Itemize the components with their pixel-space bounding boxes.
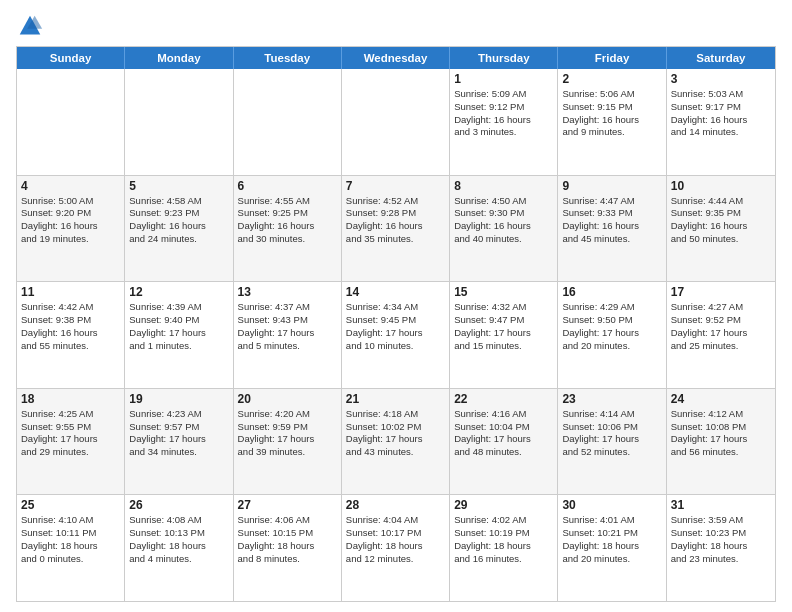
calendar-cell: 8Sunrise: 4:50 AM Sunset: 9:30 PM Daylig…	[450, 176, 558, 282]
calendar-cell	[17, 69, 125, 175]
calendar-cell: 23Sunrise: 4:14 AM Sunset: 10:06 PM Dayl…	[558, 389, 666, 495]
calendar-cell	[125, 69, 233, 175]
calendar-cell: 24Sunrise: 4:12 AM Sunset: 10:08 PM Dayl…	[667, 389, 775, 495]
day-info: Sunrise: 4:27 AM Sunset: 9:52 PM Dayligh…	[671, 301, 771, 352]
day-info: Sunrise: 4:04 AM Sunset: 10:17 PM Daylig…	[346, 514, 445, 565]
calendar-cell: 31Sunrise: 3:59 AM Sunset: 10:23 PM Dayl…	[667, 495, 775, 601]
calendar-body: 1Sunrise: 5:09 AM Sunset: 9:12 PM Daylig…	[17, 69, 775, 601]
day-info: Sunrise: 4:50 AM Sunset: 9:30 PM Dayligh…	[454, 195, 553, 246]
day-info: Sunrise: 4:06 AM Sunset: 10:15 PM Daylig…	[238, 514, 337, 565]
day-number: 13	[238, 285, 337, 299]
day-info: Sunrise: 4:01 AM Sunset: 10:21 PM Daylig…	[562, 514, 661, 565]
day-info: Sunrise: 3:59 AM Sunset: 10:23 PM Daylig…	[671, 514, 771, 565]
day-number: 28	[346, 498, 445, 512]
day-number: 16	[562, 285, 661, 299]
logo	[16, 12, 48, 40]
calendar-header-row: SundayMondayTuesdayWednesdayThursdayFrid…	[17, 47, 775, 69]
calendar-cell: 17Sunrise: 4:27 AM Sunset: 9:52 PM Dayli…	[667, 282, 775, 388]
calendar-cell: 21Sunrise: 4:18 AM Sunset: 10:02 PM Dayl…	[342, 389, 450, 495]
day-number: 3	[671, 72, 771, 86]
calendar-cell: 12Sunrise: 4:39 AM Sunset: 9:40 PM Dayli…	[125, 282, 233, 388]
day-number: 14	[346, 285, 445, 299]
calendar-header-cell: Tuesday	[234, 47, 342, 69]
calendar-week: 11Sunrise: 4:42 AM Sunset: 9:38 PM Dayli…	[17, 282, 775, 389]
calendar-cell: 2Sunrise: 5:06 AM Sunset: 9:15 PM Daylig…	[558, 69, 666, 175]
header	[16, 12, 776, 40]
day-number: 1	[454, 72, 553, 86]
day-number: 26	[129, 498, 228, 512]
day-info: Sunrise: 4:29 AM Sunset: 9:50 PM Dayligh…	[562, 301, 661, 352]
day-number: 5	[129, 179, 228, 193]
day-info: Sunrise: 5:00 AM Sunset: 9:20 PM Dayligh…	[21, 195, 120, 246]
day-info: Sunrise: 4:37 AM Sunset: 9:43 PM Dayligh…	[238, 301, 337, 352]
day-info: Sunrise: 5:06 AM Sunset: 9:15 PM Dayligh…	[562, 88, 661, 139]
calendar-header-cell: Friday	[558, 47, 666, 69]
calendar-cell: 3Sunrise: 5:03 AM Sunset: 9:17 PM Daylig…	[667, 69, 775, 175]
calendar-cell: 18Sunrise: 4:25 AM Sunset: 9:55 PM Dayli…	[17, 389, 125, 495]
day-number: 18	[21, 392, 120, 406]
calendar-cell: 1Sunrise: 5:09 AM Sunset: 9:12 PM Daylig…	[450, 69, 558, 175]
calendar-header-cell: Sunday	[17, 47, 125, 69]
day-number: 21	[346, 392, 445, 406]
calendar-cell	[342, 69, 450, 175]
day-number: 11	[21, 285, 120, 299]
calendar-header-cell: Monday	[125, 47, 233, 69]
calendar-cell: 29Sunrise: 4:02 AM Sunset: 10:19 PM Dayl…	[450, 495, 558, 601]
calendar-cell: 27Sunrise: 4:06 AM Sunset: 10:15 PM Dayl…	[234, 495, 342, 601]
day-info: Sunrise: 4:14 AM Sunset: 10:06 PM Daylig…	[562, 408, 661, 459]
day-info: Sunrise: 4:34 AM Sunset: 9:45 PM Dayligh…	[346, 301, 445, 352]
calendar-cell: 14Sunrise: 4:34 AM Sunset: 9:45 PM Dayli…	[342, 282, 450, 388]
day-info: Sunrise: 4:02 AM Sunset: 10:19 PM Daylig…	[454, 514, 553, 565]
calendar-cell: 19Sunrise: 4:23 AM Sunset: 9:57 PM Dayli…	[125, 389, 233, 495]
day-info: Sunrise: 4:39 AM Sunset: 9:40 PM Dayligh…	[129, 301, 228, 352]
day-info: Sunrise: 4:12 AM Sunset: 10:08 PM Daylig…	[671, 408, 771, 459]
calendar-week: 1Sunrise: 5:09 AM Sunset: 9:12 PM Daylig…	[17, 69, 775, 176]
day-info: Sunrise: 4:55 AM Sunset: 9:25 PM Dayligh…	[238, 195, 337, 246]
calendar-cell: 25Sunrise: 4:10 AM Sunset: 10:11 PM Dayl…	[17, 495, 125, 601]
day-number: 29	[454, 498, 553, 512]
calendar-week: 18Sunrise: 4:25 AM Sunset: 9:55 PM Dayli…	[17, 389, 775, 496]
day-number: 8	[454, 179, 553, 193]
day-info: Sunrise: 4:44 AM Sunset: 9:35 PM Dayligh…	[671, 195, 771, 246]
calendar: SundayMondayTuesdayWednesdayThursdayFrid…	[16, 46, 776, 602]
calendar-cell: 9Sunrise: 4:47 AM Sunset: 9:33 PM Daylig…	[558, 176, 666, 282]
calendar-cell: 16Sunrise: 4:29 AM Sunset: 9:50 PM Dayli…	[558, 282, 666, 388]
day-info: Sunrise: 4:25 AM Sunset: 9:55 PM Dayligh…	[21, 408, 120, 459]
calendar-header-cell: Thursday	[450, 47, 558, 69]
day-info: Sunrise: 4:58 AM Sunset: 9:23 PM Dayligh…	[129, 195, 228, 246]
calendar-cell: 20Sunrise: 4:20 AM Sunset: 9:59 PM Dayli…	[234, 389, 342, 495]
calendar-cell: 15Sunrise: 4:32 AM Sunset: 9:47 PM Dayli…	[450, 282, 558, 388]
calendar-cell: 6Sunrise: 4:55 AM Sunset: 9:25 PM Daylig…	[234, 176, 342, 282]
page: SundayMondayTuesdayWednesdayThursdayFrid…	[0, 0, 792, 612]
day-number: 9	[562, 179, 661, 193]
day-number: 30	[562, 498, 661, 512]
day-info: Sunrise: 4:23 AM Sunset: 9:57 PM Dayligh…	[129, 408, 228, 459]
day-number: 2	[562, 72, 661, 86]
day-info: Sunrise: 4:32 AM Sunset: 9:47 PM Dayligh…	[454, 301, 553, 352]
calendar-week: 25Sunrise: 4:10 AM Sunset: 10:11 PM Dayl…	[17, 495, 775, 601]
day-number: 22	[454, 392, 553, 406]
day-info: Sunrise: 4:08 AM Sunset: 10:13 PM Daylig…	[129, 514, 228, 565]
day-info: Sunrise: 5:09 AM Sunset: 9:12 PM Dayligh…	[454, 88, 553, 139]
day-number: 12	[129, 285, 228, 299]
day-number: 20	[238, 392, 337, 406]
calendar-cell: 26Sunrise: 4:08 AM Sunset: 10:13 PM Dayl…	[125, 495, 233, 601]
calendar-cell: 10Sunrise: 4:44 AM Sunset: 9:35 PM Dayli…	[667, 176, 775, 282]
day-number: 6	[238, 179, 337, 193]
day-number: 23	[562, 392, 661, 406]
logo-icon	[16, 12, 44, 40]
calendar-cell: 5Sunrise: 4:58 AM Sunset: 9:23 PM Daylig…	[125, 176, 233, 282]
day-number: 10	[671, 179, 771, 193]
day-number: 27	[238, 498, 337, 512]
calendar-cell	[234, 69, 342, 175]
day-number: 17	[671, 285, 771, 299]
day-number: 24	[671, 392, 771, 406]
calendar-header-cell: Wednesday	[342, 47, 450, 69]
calendar-cell: 22Sunrise: 4:16 AM Sunset: 10:04 PM Dayl…	[450, 389, 558, 495]
day-info: Sunrise: 4:47 AM Sunset: 9:33 PM Dayligh…	[562, 195, 661, 246]
calendar-cell: 28Sunrise: 4:04 AM Sunset: 10:17 PM Dayl…	[342, 495, 450, 601]
calendar-cell: 13Sunrise: 4:37 AM Sunset: 9:43 PM Dayli…	[234, 282, 342, 388]
day-info: Sunrise: 4:10 AM Sunset: 10:11 PM Daylig…	[21, 514, 120, 565]
calendar-cell: 11Sunrise: 4:42 AM Sunset: 9:38 PM Dayli…	[17, 282, 125, 388]
calendar-cell: 30Sunrise: 4:01 AM Sunset: 10:21 PM Dayl…	[558, 495, 666, 601]
